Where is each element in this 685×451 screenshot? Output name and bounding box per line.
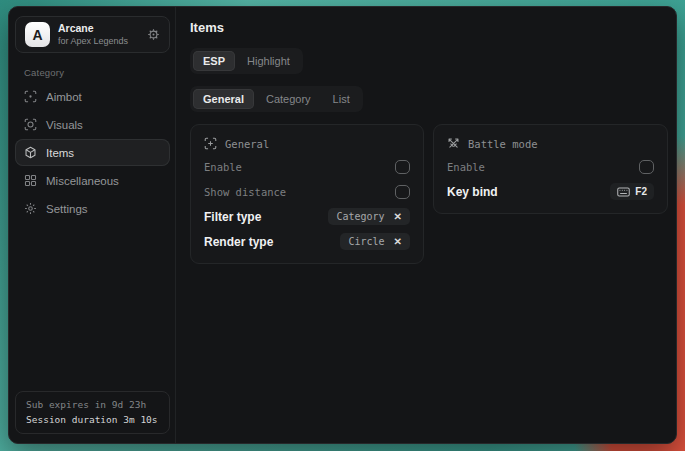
clear-icon[interactable]: ✕	[394, 236, 402, 247]
setting-row-filter-type: Filter type Category ✕	[204, 205, 410, 228]
setting-row-enable: Enable	[204, 155, 410, 178]
setting-row-render-type: Render type Circle ✕	[204, 230, 410, 253]
setting-label: Render type	[204, 235, 273, 249]
keyboard-icon	[617, 187, 630, 197]
tab-category[interactable]: Category	[256, 89, 321, 109]
scan-plus-icon	[204, 137, 217, 150]
cheat-menu-window: A Arcane for Apex Legends Category	[8, 6, 677, 444]
sidebar-item-aimbot[interactable]: Aimbot	[15, 83, 170, 110]
cube-icon	[24, 146, 37, 159]
main-content: Items ESP Highlight General Category Lis…	[175, 7, 682, 443]
tab-general[interactable]: General	[193, 89, 254, 109]
battle-enable-checkbox[interactable]	[639, 160, 654, 174]
render-type-select[interactable]: Circle ✕	[340, 233, 410, 250]
sidebar-item-label: Items	[46, 147, 74, 159]
eye-scan-icon	[24, 118, 37, 131]
tab-list[interactable]: List	[323, 89, 360, 109]
crosshair-icon	[24, 90, 37, 103]
setting-label: Key bind	[447, 185, 498, 199]
tab-esp[interactable]: ESP	[193, 51, 235, 71]
selected-value: Circle	[348, 236, 384, 247]
keybind-value: F2	[635, 186, 647, 197]
setting-row-key-bind: Key bind F2	[447, 180, 654, 203]
session-duration-text: Session duration 3m 10s	[26, 414, 159, 425]
mode-tab-group: ESP Highlight	[190, 48, 303, 74]
enable-checkbox[interactable]	[395, 160, 410, 174]
sidebar-item-label: Visuals	[46, 119, 83, 131]
panel-general-header: General	[204, 133, 410, 153]
setting-label: Enable	[204, 161, 242, 173]
grid-icon	[24, 174, 37, 187]
keybind-button[interactable]: F2	[610, 183, 654, 200]
sidebar-item-visuals[interactable]: Visuals	[15, 111, 170, 138]
sub-tab-group: General Category List	[190, 86, 363, 112]
sidebar-item-items[interactable]: Items	[15, 139, 170, 166]
sub-expires-text: Sub expires in 9d 23h	[26, 399, 159, 410]
app-logo: A	[25, 22, 50, 47]
panel-title: General	[225, 138, 269, 150]
setting-label: Filter type	[204, 210, 261, 224]
page-title: Items	[190, 20, 668, 35]
panels-row: General Enable Show distance Filter type…	[190, 124, 668, 264]
gear-icon[interactable]	[147, 28, 160, 41]
setting-label: Show distance	[204, 186, 286, 198]
app-header-card: A Arcane for Apex Legends	[15, 16, 170, 53]
sidebar-section-label: Category	[24, 67, 175, 78]
subscription-info-card: Sub expires in 9d 23h Session duration 3…	[15, 391, 170, 434]
gear-icon	[24, 202, 37, 215]
panel-battle-mode-header: Battle mode	[447, 133, 654, 153]
app-titles: Arcane for Apex Legends	[58, 22, 128, 46]
panel-title: Battle mode	[468, 138, 538, 150]
panel-general: General Enable Show distance Filter type…	[190, 124, 424, 264]
sidebar-item-label: Miscellaneous	[46, 175, 119, 187]
filter-type-select[interactable]: Category ✕	[328, 208, 410, 225]
setting-row-enable: Enable	[447, 155, 654, 178]
panel-battle-mode: Battle mode Enable Key bind	[433, 124, 668, 214]
app-name: Arcane	[58, 22, 128, 34]
sidebar-nav: Aimbot Visuals Items	[9, 83, 175, 222]
selected-value: Category	[336, 211, 384, 222]
setting-row-show-distance: Show distance	[204, 180, 410, 203]
sidebar-item-settings[interactable]: Settings	[15, 195, 170, 222]
tab-highlight[interactable]: Highlight	[237, 51, 300, 71]
clear-icon[interactable]: ✕	[394, 211, 402, 222]
swords-icon	[447, 137, 460, 150]
show-distance-checkbox[interactable]	[395, 185, 410, 199]
sidebar: A Arcane for Apex Legends Category	[9, 7, 175, 443]
sidebar-item-label: Aimbot	[46, 91, 82, 103]
sidebar-item-label: Settings	[46, 203, 88, 215]
app-subtitle: for Apex Legends	[58, 36, 128, 46]
setting-label: Enable	[447, 161, 485, 173]
sidebar-item-miscellaneous[interactable]: Miscellaneous	[15, 167, 170, 194]
